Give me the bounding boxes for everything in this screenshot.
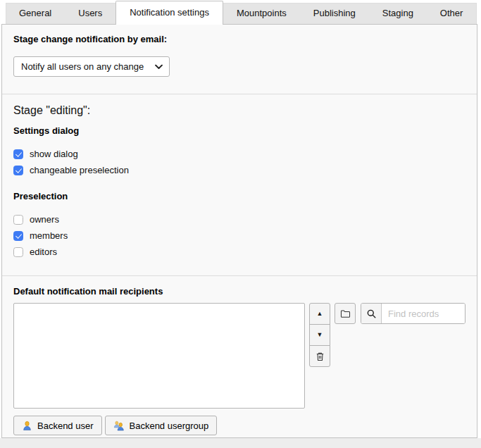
tab-users[interactable]: Users: [65, 3, 115, 24]
recipients-row: ▲ ▼: [13, 303, 466, 409]
changeable-preselection-checkbox[interactable]: [13, 166, 23, 175]
members-label: members: [30, 230, 68, 241]
backend-user-button[interactable]: Backend user: [13, 416, 102, 435]
browse-records-button[interactable]: [335, 303, 356, 324]
email-notification-section: Stage change notification by email: Noti…: [2, 25, 477, 94]
arrow-up-icon: ▲: [317, 311, 323, 317]
magnifier-icon: [366, 309, 377, 319]
recipients-section: Default notification mail recipients ▲ ▼: [2, 276, 477, 435]
bottom-strip: [0, 438, 481, 448]
tab-other[interactable]: Other: [427, 3, 477, 24]
move-down-button[interactable]: ▼: [309, 324, 330, 346]
trash-icon: [316, 351, 325, 361]
person-icon: [22, 421, 32, 431]
backend-usergroup-button[interactable]: Backend usergroup: [105, 416, 218, 435]
settings-panel: Stage change notification by email: Noti…: [1, 24, 477, 438]
editors-label: editors: [30, 247, 57, 257]
people-icon: [113, 421, 125, 431]
checkbox-row-show-dialog: show dialog: [13, 149, 466, 159]
changeable-preselection-label: changeable preselection: [30, 165, 129, 175]
tab-strip: General Users Notification settings Moun…: [6, 3, 477, 24]
stage-editing-section: Stage "editing": Settings dialog show di…: [2, 94, 477, 276]
tab-bar: General Users Notification settings Moun…: [0, 0, 481, 24]
reorder-button-group: ▲ ▼: [309, 303, 330, 367]
stage-editing-heading: Stage "editing":: [13, 104, 466, 117]
editors-checkbox[interactable]: [13, 247, 23, 257]
checkbox-row-editors: editors: [13, 247, 466, 257]
backend-user-label: Backend user: [37, 421, 94, 431]
preselection-heading: Preselection: [13, 191, 466, 201]
checkbox-row-owners: owners: [13, 214, 466, 225]
show-dialog-label: show dialog: [30, 149, 78, 159]
checkbox-row-changeable-preselection: changeable preselection: [13, 165, 466, 175]
show-dialog-checkbox[interactable]: [13, 149, 23, 159]
folder-icon: [340, 309, 351, 318]
find-records-group: [361, 303, 466, 324]
recipients-controls: ▲ ▼: [309, 303, 466, 367]
recipients-heading: Default notification mail recipients: [13, 286, 466, 297]
tab-publishing[interactable]: Publishing: [300, 3, 369, 24]
add-record-buttons: Backend user Backend usergroup: [13, 416, 466, 435]
tab-staging[interactable]: Staging: [369, 3, 427, 24]
search-button[interactable]: [361, 304, 382, 323]
arrow-down-icon: ▼: [317, 332, 323, 338]
tab-mountpoints[interactable]: Mountpoints: [223, 3, 300, 24]
checkbox-row-members: members: [13, 230, 466, 241]
find-records-input[interactable]: [382, 304, 465, 323]
backend-usergroup-label: Backend usergroup: [130, 421, 209, 431]
tab-general[interactable]: General: [6, 3, 65, 24]
settings-dialog-heading: Settings dialog: [13, 125, 466, 136]
email-notification-heading: Stage change notification by email:: [13, 34, 466, 44]
recipients-listbox[interactable]: [13, 303, 305, 409]
owners-label: owners: [30, 214, 59, 225]
owners-checkbox[interactable]: [13, 215, 23, 225]
move-up-button[interactable]: ▲: [309, 303, 330, 325]
tab-notification-settings[interactable]: Notification settings: [115, 1, 223, 25]
notification-mode-select[interactable]: Notify all users on any change: [13, 56, 170, 77]
notification-select-wrap: Notify all users on any change: [13, 56, 170, 77]
delete-button[interactable]: [309, 345, 330, 367]
members-checkbox[interactable]: [13, 231, 23, 241]
